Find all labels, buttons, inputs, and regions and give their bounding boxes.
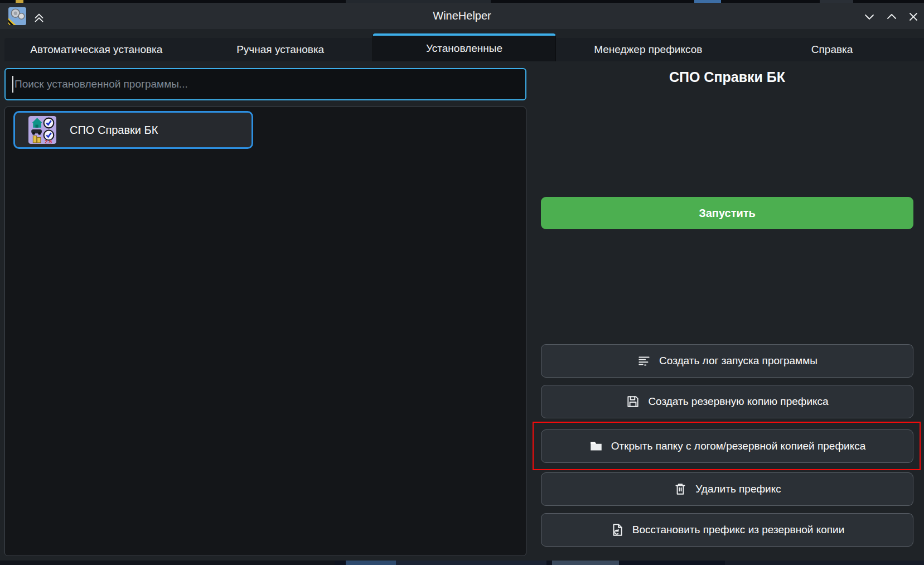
list-item-program[interactable]: 2.5 СПО Справки БК — [13, 111, 253, 149]
log-lines-icon — [637, 354, 651, 368]
open-folder-button[interactable]: Открыть папку с логом/резервной копией п… — [541, 429, 913, 463]
tab-prefix-manager[interactable]: Менеджер префиксов — [556, 38, 740, 61]
search-input[interactable] — [4, 68, 526, 100]
program-name: СПО Справки БК — [70, 124, 158, 137]
tab-auto-install[interactable]: Автоматическая установка — [4, 38, 188, 61]
winehelper-window: WineHelper Автоматическая установка Ручн… — [0, 0, 924, 565]
tab-manual-install[interactable]: Ручная установка — [188, 38, 372, 61]
delete-prefix-button[interactable]: Удалить префикс — [541, 472, 913, 506]
document-restore-icon — [610, 523, 625, 537]
chevron-up-icon — [885, 10, 898, 23]
close-button[interactable] — [905, 8, 922, 25]
tab-help[interactable]: Справка — [740, 38, 924, 61]
shade-button[interactable] — [31, 9, 47, 25]
tab-bar: Автоматическая установка Ручная установк… — [0, 29, 924, 61]
floppy-disk-icon — [626, 394, 640, 409]
tab-row: Автоматическая установка Ручная установк… — [4, 38, 924, 62]
trash-icon — [673, 482, 688, 496]
maximize-button[interactable] — [883, 8, 900, 25]
app-icon — [8, 7, 27, 26]
folder-icon — [589, 439, 603, 453]
double-chevron-up-icon — [32, 10, 46, 25]
backup-prefix-button[interactable]: Создать резервную копию префикса — [541, 385, 913, 418]
programs-list: 2.5 СПО Справки БК — [4, 107, 526, 556]
desktop-sliver-bottom — [0, 561, 924, 565]
close-icon — [907, 10, 920, 23]
program-icon: 2.5 — [28, 116, 56, 144]
restore-prefix-button[interactable]: Восстановить префикс из резервной копии — [541, 513, 913, 547]
icon-version-badge: 2.5 — [45, 139, 52, 144]
text-cursor — [12, 76, 13, 93]
chevron-down-icon — [863, 10, 876, 23]
minimize-button[interactable] — [861, 8, 878, 25]
window-title: WineHelper — [0, 9, 924, 22]
tab-installed[interactable]: Установленные — [372, 33, 557, 61]
title-bar: WineHelper — [0, 3, 924, 29]
create-log-button[interactable]: Создать лог запуска программы — [541, 344, 913, 378]
installed-tab-page: 2.5 СПО Справки БК СПО Справки БК Запуст… — [0, 61, 924, 561]
launch-button[interactable]: Запустить — [541, 197, 913, 229]
details-title: СПО Справки БК — [531, 69, 923, 85]
